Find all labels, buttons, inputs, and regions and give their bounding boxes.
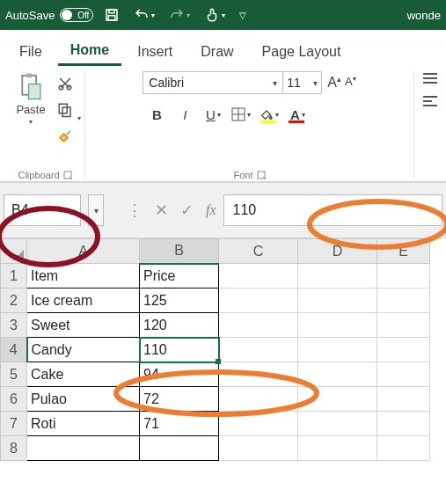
cell[interactable] bbox=[219, 412, 298, 436]
cut-button[interactable] bbox=[53, 71, 77, 96]
name-box[interactable]: B4 bbox=[4, 194, 81, 226]
row-header[interactable]: 8 bbox=[1, 436, 27, 461]
autosave-toggle[interactable]: AutoSave Off bbox=[5, 8, 93, 22]
cell[interactable] bbox=[219, 338, 298, 362]
cell[interactable] bbox=[298, 436, 377, 461]
cell[interactable]: Candy bbox=[27, 338, 140, 362]
cell[interactable] bbox=[298, 412, 377, 436]
toggle-pill[interactable]: Off bbox=[60, 8, 93, 22]
cell[interactable] bbox=[298, 313, 377, 338]
underline-button[interactable]: U▾ bbox=[199, 103, 227, 126]
ribbon-tabs: File Home Insert Draw Page Layout bbox=[0, 30, 446, 66]
tab-page-layout[interactable]: Page Layout bbox=[250, 39, 354, 65]
cell[interactable]: Pulao bbox=[27, 387, 140, 412]
cell[interactable] bbox=[377, 362, 430, 387]
row-header[interactable]: 6 bbox=[1, 387, 27, 412]
cell[interactable] bbox=[219, 313, 298, 338]
column-header-E[interactable]: E bbox=[377, 239, 430, 264]
cell[interactable] bbox=[219, 436, 298, 461]
row-header[interactable]: 3 bbox=[1, 313, 27, 338]
decrease-font-button[interactable]: A▾ bbox=[345, 75, 356, 91]
select-all-corner[interactable] bbox=[1, 239, 27, 264]
cell[interactable]: 94 bbox=[140, 362, 219, 387]
format-painter-button[interactable] bbox=[53, 124, 77, 149]
cell[interactable]: 72 bbox=[140, 387, 219, 412]
row-header[interactable]: 5 bbox=[1, 362, 27, 387]
undo-button[interactable]: ▾ bbox=[130, 0, 158, 30]
cell[interactable]: 125 bbox=[140, 289, 219, 313]
cell[interactable]: Price bbox=[140, 264, 219, 289]
font-size-select[interactable]: 11 ▾ bbox=[283, 71, 322, 94]
formula-bar-value: 110 bbox=[233, 202, 257, 218]
row-header[interactable]: 7 bbox=[1, 412, 27, 436]
column-header-B[interactable]: B bbox=[140, 239, 219, 264]
toggle-state: Off bbox=[77, 11, 89, 20]
cell[interactable] bbox=[298, 362, 377, 387]
column-header-A[interactable]: A bbox=[27, 239, 140, 264]
paste-button[interactable]: Paste ▾ bbox=[12, 71, 49, 126]
group-clipboard-label: Clipboard bbox=[18, 170, 71, 180]
cell[interactable] bbox=[377, 338, 430, 362]
name-box-value: B4 bbox=[11, 202, 29, 218]
name-box-dropdown[interactable]: ▾ bbox=[88, 194, 104, 226]
cell[interactable]: Roti bbox=[27, 412, 140, 436]
cell[interactable]: Sweet bbox=[27, 313, 140, 338]
cell[interactable]: Item bbox=[27, 264, 140, 289]
cell[interactable] bbox=[219, 264, 298, 289]
cell[interactable] bbox=[298, 387, 377, 412]
cell[interactable] bbox=[377, 436, 430, 461]
font-color-button[interactable]: A ▾ bbox=[283, 103, 311, 126]
cell[interactable] bbox=[377, 387, 430, 412]
column-header-D[interactable]: D bbox=[298, 239, 377, 264]
cancel-formula-button[interactable]: ✕ bbox=[155, 201, 168, 220]
cell[interactable] bbox=[219, 362, 298, 387]
align-icon[interactable] bbox=[421, 71, 439, 85]
cell[interactable] bbox=[298, 264, 377, 289]
cell[interactable] bbox=[219, 387, 298, 412]
formula-options-icon[interactable]: ⋮ bbox=[127, 201, 143, 220]
qat-customize-button[interactable]: ▽ bbox=[236, 0, 250, 30]
cell[interactable]: Ice cream bbox=[27, 289, 140, 313]
group-font-label: Font bbox=[233, 170, 265, 180]
cell[interactable]: Cake bbox=[27, 362, 140, 387]
font-name-select[interactable]: Calibri ▾ bbox=[143, 71, 283, 94]
increase-font-button[interactable]: A▴ bbox=[327, 75, 341, 91]
cell-active[interactable]: 110 bbox=[140, 338, 219, 362]
paste-label: Paste bbox=[16, 103, 45, 116]
italic-button[interactable]: I bbox=[171, 103, 199, 126]
enter-formula-button[interactable]: ✓ bbox=[180, 201, 194, 220]
fx-icon[interactable]: fx bbox=[206, 202, 216, 218]
row-header[interactable]: 1 bbox=[1, 264, 27, 289]
tab-insert[interactable]: Insert bbox=[125, 39, 185, 65]
bold-button[interactable]: B bbox=[143, 103, 171, 126]
worksheet-grid[interactable]: A B C D E 1 Item Price 2 Ice cream 125 3… bbox=[0, 238, 446, 461]
cell[interactable]: 120 bbox=[140, 313, 219, 338]
fill-color-swatch bbox=[260, 121, 276, 123]
cell[interactable] bbox=[377, 313, 430, 338]
cell[interactable] bbox=[298, 338, 377, 362]
cell[interactable]: 71 bbox=[140, 412, 219, 436]
cell[interactable] bbox=[140, 436, 219, 461]
column-header-C[interactable]: C bbox=[219, 239, 298, 264]
redo-button[interactable]: ▾ bbox=[165, 0, 194, 30]
cell[interactable] bbox=[27, 436, 140, 461]
touch-mode-button[interactable]: ▾ bbox=[201, 0, 229, 30]
align-icon-2[interactable] bbox=[421, 94, 439, 108]
svg-rect-5 bbox=[29, 84, 40, 99]
formula-bar[interactable]: 110 bbox=[223, 194, 442, 226]
save-button[interactable] bbox=[100, 0, 123, 30]
row-header[interactable]: 4 bbox=[1, 338, 27, 362]
borders-button[interactable]: ▾ bbox=[227, 103, 255, 126]
copy-button[interactable]: ▾ bbox=[53, 98, 77, 122]
cell[interactable] bbox=[377, 289, 430, 313]
cell[interactable] bbox=[298, 289, 377, 313]
row-header[interactable]: 2 bbox=[1, 289, 27, 313]
fill-color-button[interactable]: ▾ bbox=[255, 103, 283, 126]
cell[interactable] bbox=[377, 412, 430, 436]
toggle-knob bbox=[62, 10, 72, 20]
tab-draw[interactable]: Draw bbox=[188, 39, 245, 65]
tab-home[interactable]: Home bbox=[58, 37, 121, 66]
tab-file[interactable]: File bbox=[7, 39, 55, 65]
cell[interactable] bbox=[219, 289, 298, 313]
cell[interactable] bbox=[377, 264, 430, 289]
